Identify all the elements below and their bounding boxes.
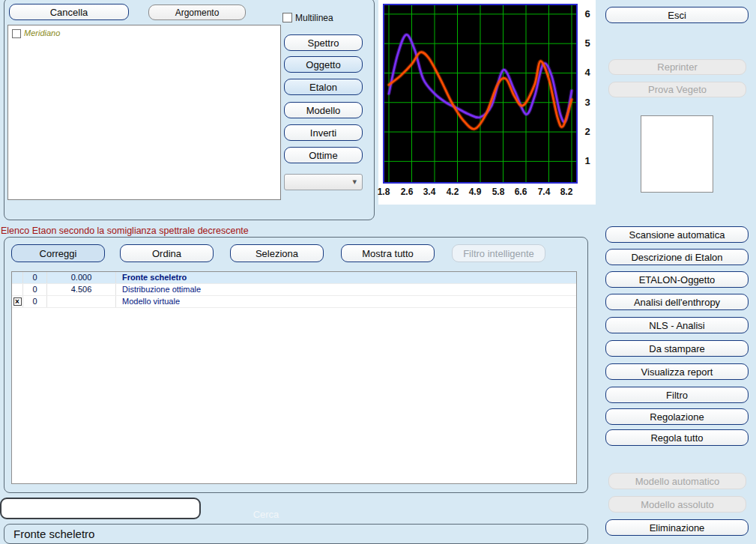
- meridiano-checkbox[interactable]: [12, 29, 21, 38]
- row-value: [47, 296, 116, 307]
- x-tick-label: 3.4: [420, 187, 439, 197]
- row-label: Modello virtuale: [116, 296, 181, 307]
- meridian-listbox[interactable]: [7, 25, 281, 200]
- row-value: 0.000: [47, 272, 116, 283]
- action-button-filtro[interactable]: Filtro: [605, 387, 749, 403]
- side-button-spettro[interactable]: Spettro: [284, 34, 363, 51]
- toolbar-button-filtro-intelligente: Filtro intelligente: [452, 244, 545, 262]
- x-tick-label: 5.8: [489, 187, 508, 197]
- row-label: Distribuzione ottimale: [116, 284, 202, 295]
- preview-box: [641, 115, 713, 193]
- row-index: 0: [23, 284, 47, 295]
- y-tick-label: 1: [582, 155, 593, 166]
- action-button-descrizione-di-etalon[interactable]: Descrizione di Etalon: [605, 249, 749, 265]
- toolbar-button-seleziona[interactable]: Seleziona: [230, 244, 324, 262]
- side-button-modello[interactable]: Modello: [284, 102, 363, 118]
- row-label: Fronte scheletro: [116, 272, 188, 283]
- spectrum-svg: [384, 5, 576, 182]
- side-button-inverti[interactable]: Inverti: [284, 124, 363, 141]
- action-button-nls-analisi[interactable]: NLS - Analisi: [605, 317, 749, 333]
- action-button-modello-automatico: Modello automatico: [608, 473, 746, 489]
- action-button-scansione-automatica[interactable]: Scansione automatica: [605, 226, 749, 243]
- toolbar-button-ordina[interactable]: Ordina: [120, 244, 214, 262]
- table-row[interactable]: 00.000Fronte scheletro: [12, 272, 576, 284]
- y-tick-label: 6: [582, 8, 593, 19]
- row-marker-cell: [12, 284, 23, 295]
- y-tick-label: 5: [582, 37, 593, 49]
- meridiano-label: Meridiano: [24, 28, 60, 37]
- multilinea-checkbox[interactable]: [282, 13, 292, 22]
- action-button-visualizza-report[interactable]: Visualizza report: [605, 363, 749, 380]
- action-button-da-stampare[interactable]: Da stampare: [605, 340, 749, 357]
- search-input[interactable]: [0, 498, 201, 519]
- result-label: Fronte scheletro: [13, 528, 94, 540]
- action-button-etalon-oggetto[interactable]: ETALON-Oggetto: [605, 271, 749, 288]
- action-button-regola-tutto[interactable]: Regola tutto: [605, 429, 749, 446]
- action-button-eliminazione[interactable]: Eliminazione: [605, 519, 749, 536]
- table-row[interactable]: ×0Modello virtuale: [12, 296, 576, 308]
- x-tick-label: 1.8: [374, 187, 393, 197]
- y-tick-label: 2: [582, 126, 593, 137]
- cancella-button[interactable]: Cancella: [9, 4, 129, 20]
- side-button-oggetto[interactable]: Oggetto: [284, 56, 363, 73]
- row-index: 0: [23, 296, 47, 307]
- table-row[interactable]: 04.506Distribuzione ottimale: [12, 284, 576, 296]
- action-button-regolazione[interactable]: Regolazione: [605, 408, 749, 425]
- etalon-heading: Elenco Etaon secondo la somiglianza spet…: [1, 226, 249, 236]
- spectrum-combobox[interactable]: ▾: [284, 174, 363, 190]
- side-button-ottime[interactable]: Ottime: [284, 147, 363, 163]
- row-value: 4.506: [47, 284, 116, 295]
- delete-mark-icon: ×: [13, 297, 22, 306]
- y-tick-label: 4: [582, 67, 593, 78]
- x-tick-label: 8.2: [557, 187, 576, 197]
- side-button-etalon[interactable]: Etalon: [284, 79, 363, 95]
- spectrum-plot: [383, 4, 578, 184]
- y-tick-label: 3: [582, 97, 593, 108]
- argomento-button[interactable]: Argomento: [148, 4, 246, 20]
- x-tick-label: 4.9: [465, 187, 485, 197]
- toolbar-button-mostra-tutto[interactable]: Mostra tutto: [341, 244, 435, 262]
- row-marker-cell: ×: [12, 296, 23, 307]
- action-button-analisi-dell-enthropy[interactable]: Analisi dell'enthropy: [605, 294, 749, 310]
- action-button-modello-assoluto: Modello assoluto: [608, 496, 746, 513]
- cerca-button: Cerca: [221, 509, 311, 520]
- toolbar-button-correggi[interactable]: Correggi: [11, 244, 105, 262]
- row-index: 0: [23, 272, 47, 283]
- esci-button[interactable]: Esci: [605, 7, 749, 23]
- prova-vegeto-button: Prova Vegeto: [608, 82, 746, 97]
- row-marker-cell: [12, 272, 23, 283]
- reprinter-button: Reprinter: [608, 59, 746, 75]
- x-tick-label: 2.6: [397, 187, 417, 197]
- multilinea-label: Multilinea: [295, 13, 333, 23]
- etalon-table: 00.000Fronte scheletro04.506Distribuzion…: [11, 271, 577, 484]
- x-tick-label: 6.6: [511, 187, 530, 197]
- app-window: Cancella Argomento Multilinea Meridiano …: [0, 0, 756, 544]
- x-tick-label: 7.4: [534, 187, 554, 197]
- chevron-down-icon: ▾: [352, 177, 357, 187]
- x-tick-label: 4.2: [443, 187, 462, 197]
